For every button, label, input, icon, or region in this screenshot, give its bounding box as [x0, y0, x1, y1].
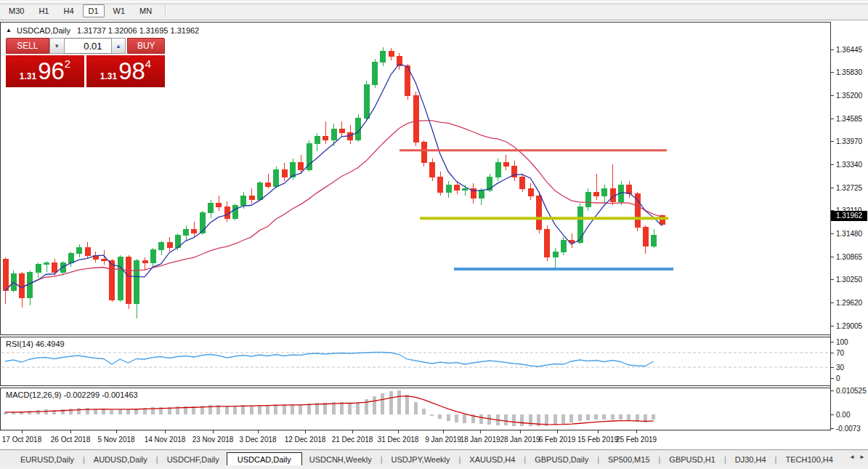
tab-separator: | [657, 455, 662, 466]
chart-tab-sp500[interactable]: SP500,M15 [601, 453, 657, 466]
chart-tab-audusd[interactable]: AUDUSD,Daily [86, 453, 155, 466]
chevron-down-icon: ▼ [54, 43, 60, 49]
candle [307, 140, 312, 172]
date-tick-label: 15 Feb 2019 [577, 436, 619, 444]
candle [356, 114, 361, 142]
tab-separator: | [522, 455, 527, 466]
chart-tab-usdjpy[interactable]: USDJPY,Weekly [384, 453, 458, 466]
candle [537, 192, 542, 233]
macd-tick-label: 0.00 [836, 411, 851, 419]
tab-separator: | [458, 455, 463, 466]
rsi-tick-label: 70 [836, 349, 845, 357]
candle [373, 59, 378, 89]
candle [364, 81, 369, 121]
date-tick-label: 6 Feb 2019 [539, 436, 576, 444]
timeframe-button-M30[interactable]: M30 [3, 4, 30, 17]
buy-button[interactable]: BUY [127, 38, 165, 54]
macd-tick-label: 0.010525 [836, 387, 867, 395]
date-tick-label: 28 Jan 2019 [500, 436, 540, 444]
date-tick-label: 25 Feb 2019 [616, 436, 657, 444]
chart-tab-gbpusd[interactable]: GBPUSD,Daily [527, 453, 596, 466]
status-strip [0, 465, 868, 469]
buy-price-pipette: 4 [145, 57, 151, 70]
macd-tick-label: -0.0073 [836, 425, 861, 433]
date-tick-label: 9 Jan 2019 [425, 436, 461, 444]
candle [413, 92, 418, 145]
buy-price-prefix: 1.31 [100, 71, 117, 81]
price-tick-label: 1.31480 [836, 230, 863, 238]
candle [421, 140, 426, 167]
date-tick-label: 18 Jan 2019 [460, 436, 500, 444]
collapse-arrow-icon[interactable]: ▲ [6, 27, 12, 33]
buy-price-big-digits: 98 [118, 57, 145, 86]
timeframe-button-H1[interactable]: H1 [33, 4, 54, 17]
timeframe-button-W1[interactable]: W1 [108, 4, 131, 17]
price-tick-label: 1.33970 [836, 137, 863, 145]
rsi-tick-label: 0 [836, 374, 840, 382]
current-price-badge-text: 1.31962 [836, 212, 863, 220]
sell-price-pipette: 2 [65, 57, 70, 70]
sell-price-big-digits: 96 [38, 57, 65, 86]
rsi-tick-label: 30 [836, 364, 845, 372]
tab-separator: | [723, 455, 728, 466]
date-tick-label: 17 Oct 2018 [2, 436, 42, 444]
date-tick-label: 14 Nov 2018 [145, 436, 186, 444]
tab-separator: | [596, 455, 601, 466]
rsi-panel: RSI(14) 46.4949 [1, 337, 831, 386]
timeframe-button-MN[interactable]: MN [134, 4, 158, 17]
price-tick-label: 1.35200 [836, 92, 863, 100]
date-tick-label: 12 Dec 2018 [285, 436, 326, 444]
timeframe-button-H4[interactable]: H4 [57, 4, 79, 17]
macd-panel: MACD(12,26,9) -0.002299 -0.001463 [1, 388, 831, 430]
candle [118, 255, 123, 302]
tab-separator: | [774, 455, 779, 466]
volume-decrease-button[interactable]: ▼ [49, 38, 65, 54]
date-axis: 17 Oct 201826 Oct 20185 Nov 201814 Nov 2… [2, 430, 657, 444]
volume-increase-button[interactable]: ▲ [111, 38, 126, 54]
chevron-up-icon: ▲ [115, 43, 121, 49]
price-tick-label: 1.30250 [836, 276, 863, 284]
date-tick-label: 31 Dec 2018 [378, 436, 419, 444]
rsi-label: RSI(14) 46.4949 [6, 340, 65, 348]
date-tick-label: 21 Dec 2018 [332, 436, 373, 444]
sell-price-box[interactable]: 1.31 96 2 [6, 55, 84, 87]
one-click-trade-widget: SELL ▼ ▲ BUY 1.31 96 2 1.31 98 4 [6, 38, 165, 87]
chart-symbol-label: USDCAD,Daily [17, 26, 70, 35]
macd-label: MACD(12,26,9) -0.002299 -0.001463 [6, 390, 138, 399]
candle [126, 255, 131, 309]
sell-button[interactable]: SELL [6, 38, 49, 54]
toolbar-grip [0, 1, 868, 4]
price-tick-label: 1.34585 [836, 115, 863, 123]
toolbar-separator [165, 4, 166, 17]
date-tick-label: 3 Dec 2018 [239, 436, 277, 444]
tab-separator: | [81, 455, 86, 466]
candle [577, 204, 583, 244]
chart-ohlc-values: 1.31737 1.32006 1.31695 1.31962 [77, 26, 199, 35]
chart-window: RSI(14) 46.4949MACD(12,26,9) -0.002299 -… [0, 20, 868, 449]
chart-tab-eurusd[interactable]: EURUSD,Daily [13, 453, 81, 466]
price-tick-label: 1.32725 [836, 184, 863, 192]
chart-tab-gbpusd[interactable]: GBPUSD,H1 [662, 453, 723, 466]
chart-tab-xauusd[interactable]: XAUUSD,H4 [462, 453, 522, 466]
date-tick-label: 26 Oct 2018 [51, 436, 91, 444]
date-tick-label: 23 Nov 2018 [192, 436, 234, 444]
buy-price-box[interactable]: 1.31 98 4 [86, 55, 165, 87]
timeframe-button-D1[interactable]: D1 [83, 4, 105, 17]
chart-tab-usdchf[interactable]: USDCHF,Daily [160, 453, 227, 466]
candle [232, 204, 238, 220]
trading-terminal-window: M30H1H4D1W1MN RSI(14) 46.4949MACD(12,26,… [0, 0, 868, 469]
volume-input[interactable] [65, 38, 111, 54]
chart-tab-dj30[interactable]: DJ30,H4 [728, 453, 774, 466]
chart-tab-usdcnh[interactable]: USDCNH,Weekly [302, 453, 379, 466]
price-tick-label: 1.35830 [836, 68, 863, 76]
chart-tab-usdcad[interactable]: USDCAD,Daily [227, 452, 302, 466]
timeframe-toolbar: M30H1H4D1W1MN [0, 0, 868, 20]
date-tick-label: 5 Nov 2018 [97, 436, 135, 444]
price-tick-label: 1.29620 [836, 299, 863, 307]
chart-title: ▲ USDCAD,Daily 1.31737 1.32006 1.31695 1… [6, 26, 199, 35]
chart-tab-tech100[interactable]: TECH100,H4 [778, 453, 840, 466]
rsi-tick-label: 100 [836, 338, 848, 346]
candle [545, 225, 550, 261]
tab-scroll-arrows[interactable]: ◄ ► [849, 454, 867, 460]
sell-price-prefix: 1.31 [20, 71, 36, 81]
